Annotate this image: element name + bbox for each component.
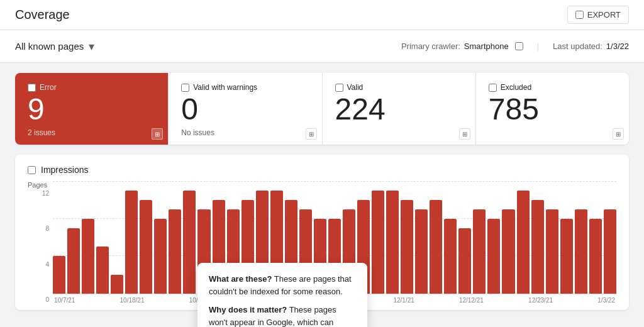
filter-dropdown-label: All known pages [15, 41, 84, 52]
bar [415, 209, 428, 294]
chart-container: Pages 12 8 4 0 1 10/7/2110/18/2110/29/21… [28, 181, 616, 304]
y-axis-label: Pages [28, 181, 53, 189]
primary-crawler-checkbox[interactable] [515, 42, 523, 50]
y-tick-8: 8 [28, 225, 49, 232]
chevron-down-icon: ▾ [89, 40, 94, 53]
pages-filter-dropdown[interactable]: All known pages ▾ [15, 40, 94, 53]
valid-label: Valid [347, 83, 364, 92]
bar [53, 256, 65, 294]
main-content: Error 9 2 issues ⊞ Valid with warnings 0… [0, 63, 644, 320]
bar [487, 219, 500, 294]
bar [604, 209, 616, 294]
x-label: 12/12/21 [459, 297, 484, 304]
chart-body: 1 10/7/2110/18/2110/29/2111/9/2111/20/21… [53, 181, 616, 304]
bar [169, 209, 181, 294]
error-value: 9 [28, 94, 155, 125]
summary-cards: Error 9 2 issues ⊞ Valid with warnings 0… [15, 73, 629, 145]
valid-card: Valid 224 ⊞ [323, 73, 476, 145]
bar [531, 200, 544, 294]
error-card-label-row: Error [28, 83, 155, 92]
chart-area: Impressions Pages 12 8 4 0 1 10/7 [15, 155, 629, 310]
bar [82, 219, 94, 294]
valid-checkbox[interactable] [335, 84, 343, 92]
excluded-expand-icon[interactable]: ⊞ [613, 128, 624, 140]
bar [502, 209, 514, 294]
error-checkbox[interactable] [28, 84, 36, 92]
valid-label-row: Valid [335, 83, 463, 92]
export-label: EXPORT [587, 10, 621, 19]
y-tick-0: 0 [28, 296, 49, 303]
y-tick-12: 12 [28, 190, 49, 197]
x-label: 1/3/22 [597, 297, 615, 304]
bar [125, 191, 138, 294]
chart-title: Impressions [41, 165, 88, 175]
excluded-label: Excluded [501, 83, 531, 92]
bar [589, 219, 602, 294]
tooltip-q2: Why does it matter? These pages won't ap… [209, 304, 356, 327]
valid-warnings-label: Valid with warnings [193, 83, 257, 92]
error-card: Error 9 2 issues ⊞ [15, 73, 169, 145]
x-label: 10/18/21 [120, 297, 145, 304]
page-title: Coverage [15, 8, 70, 22]
primary-crawler-label: Primary crawler: [401, 42, 460, 51]
x-label: 12/1/21 [393, 297, 414, 304]
tooltip-popup: What are these? These are pages that cou… [197, 263, 367, 327]
grid-line-top [53, 181, 616, 182]
bar [67, 228, 80, 294]
bar [546, 209, 558, 294]
valid-warnings-checkbox[interactable] [181, 84, 189, 92]
bar [401, 200, 413, 294]
excluded-checkbox[interactable] [489, 84, 497, 92]
primary-crawler-value: Smartphone [464, 42, 509, 51]
error-label: Error [40, 83, 57, 92]
excluded-label-row: Excluded [489, 83, 616, 92]
valid-warnings-label-row: Valid with warnings [181, 83, 309, 92]
bar [430, 200, 442, 294]
bar [560, 219, 573, 294]
bar [444, 219, 457, 294]
filter-right-info: Primary crawler: Smartphone | Last updat… [401, 42, 629, 51]
valid-warnings-sub: No issues [181, 128, 309, 137]
separator: | [537, 42, 539, 51]
bar [517, 191, 530, 294]
chart-header: Impressions [28, 165, 616, 175]
y-ticks: 12 8 4 0 [28, 190, 53, 303]
x-label: 10/7/21 [54, 297, 75, 304]
bar [386, 191, 399, 294]
excluded-value: 785 [489, 94, 616, 125]
valid-value: 224 [335, 94, 463, 125]
top-bar: Coverage EXPORT [0, 0, 644, 30]
y-axis: Pages 12 8 4 0 [28, 181, 53, 304]
bar [140, 200, 152, 294]
bar [183, 191, 196, 294]
error-sub: 2 issues [28, 128, 155, 137]
impressions-checkbox[interactable] [28, 166, 36, 174]
bar [111, 275, 123, 294]
y-tick-4: 4 [28, 261, 49, 268]
last-updated-label: Last updated: [553, 42, 602, 51]
valid-warnings-expand-icon[interactable]: ⊞ [306, 128, 317, 140]
last-updated-value: 1/3/22 [606, 42, 629, 51]
excluded-card: Excluded 785 ⊞ [476, 73, 629, 145]
export-button[interactable]: EXPORT [567, 6, 629, 24]
bar [458, 228, 471, 294]
x-label: 12/23/21 [528, 297, 553, 304]
error-expand-icon[interactable]: ⊞ [152, 128, 163, 140]
bar [372, 191, 384, 294]
bar [154, 219, 167, 294]
valid-expand-icon[interactable]: ⊞ [459, 128, 470, 140]
export-checkbox[interactable] [575, 11, 584, 19]
bar [575, 209, 587, 294]
bar [96, 247, 109, 294]
bar [473, 209, 486, 294]
valid-warnings-card: Valid with warnings 0 No issues ⊞ [169, 73, 322, 145]
valid-warnings-value: 0 [181, 94, 309, 125]
filter-bar: All known pages ▾ Primary crawler: Smart… [0, 30, 644, 63]
tooltip-q1: What are these? These are pages that cou… [209, 273, 356, 297]
